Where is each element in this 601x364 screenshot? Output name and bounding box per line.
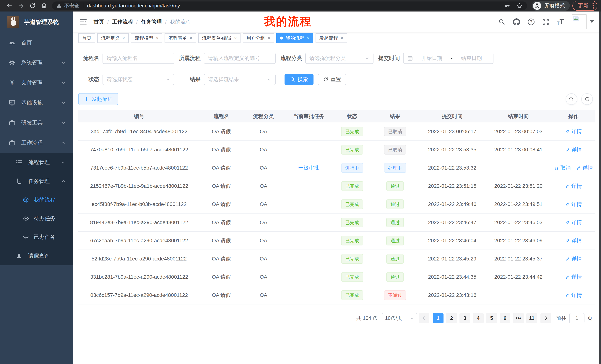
- not-secure-warning-icon[interactable]: [56, 3, 62, 8]
- detail-action[interactable]: 详情: [565, 201, 582, 208]
- tab-close-icon[interactable]: ×: [190, 36, 192, 40]
- view-tab[interactable]: 流程模型×: [131, 33, 162, 43]
- sidebar-item-label: 请假查询: [28, 252, 50, 259]
- breadcrumb-link[interactable]: 任务管理: [141, 18, 162, 25]
- process-name-input[interactable]: [102, 53, 174, 64]
- url-text[interactable]: dashboard.yudao.iocoder.cn/bpm/task/my: [87, 3, 180, 9]
- detail-action[interactable]: 详情: [565, 255, 582, 262]
- view-tab[interactable]: 首页×: [78, 33, 95, 43]
- range-separator: -: [450, 55, 453, 61]
- submit-time-range[interactable]: 开始日期 - 结束日期: [403, 53, 493, 64]
- page-number-button[interactable]: 3: [460, 313, 470, 323]
- table-row: 7470a810-7b9b-11ec-b5b7-acde48001122 OA …: [78, 141, 595, 159]
- browser-reload-icon[interactable]: [29, 3, 36, 9]
- sidebar-item-system[interactable]: 系统管理: [0, 53, 73, 73]
- tab-close-icon[interactable]: ×: [234, 36, 237, 40]
- password-key-icon[interactable]: [504, 3, 510, 9]
- view-tab[interactable]: 流程表单-编辑×: [198, 33, 241, 43]
- sidebar-item-done-tasks[interactable]: 已办任务: [0, 228, 73, 246]
- sidebar-item-home[interactable]: 首页: [0, 33, 73, 53]
- page-size-value: 10条/页: [385, 315, 402, 322]
- table-refresh-icon[interactable]: [581, 93, 593, 105]
- breadcrumb-link[interactable]: 我的流程: [170, 18, 191, 25]
- detail-action[interactable]: 详情: [565, 237, 582, 244]
- breadcrumb-link[interactable]: 首页: [94, 18, 104, 25]
- reset-button[interactable]: 重置: [318, 74, 346, 85]
- table-row: 331bc281-7b9a-11ec-a290-acde48001122 OA …: [78, 268, 595, 286]
- tab-close-icon[interactable]: ×: [307, 36, 310, 40]
- next-page-button[interactable]: [541, 313, 551, 323]
- goto-page-input[interactable]: [569, 313, 584, 323]
- app-logo-row[interactable]: 芋道管理系统: [0, 11, 73, 33]
- view-tab[interactable]: 流程定义×: [97, 33, 129, 43]
- result-select[interactable]: 请选择流结果: [204, 74, 276, 85]
- avatar-caret-icon[interactable]: [590, 20, 594, 23]
- cell-process-name: OA 请假: [200, 286, 243, 304]
- prev-page-button[interactable]: [419, 313, 429, 323]
- cell-submit-time: 2022-01-22 23:43:16: [419, 286, 485, 304]
- chevron-up-icon: [61, 140, 66, 145]
- search-button[interactable]: 搜索: [285, 74, 313, 85]
- search-icon[interactable]: [499, 19, 505, 25]
- page-number-button[interactable]: 5: [486, 313, 497, 323]
- sidebar-item-infra[interactable]: 基础设施: [0, 93, 73, 113]
- tab-close-icon[interactable]: ×: [268, 36, 270, 40]
- sidebar-item-leave-query[interactable]: 请假查询: [0, 246, 73, 265]
- browser-menu-dots-icon[interactable]: [592, 3, 594, 9]
- table-search-icon[interactable]: [566, 93, 577, 105]
- page-size-select[interactable]: 10条/页: [382, 313, 417, 323]
- sidebar-toggle-icon[interactable]: [80, 19, 87, 25]
- cancel-action[interactable]: 取消: [554, 164, 571, 172]
- sidebar-item-todo-tasks[interactable]: 待办任务: [0, 209, 73, 228]
- detail-action[interactable]: 详情: [576, 164, 593, 172]
- column-header: 状态: [333, 110, 371, 123]
- fullscreen-icon[interactable]: [542, 19, 549, 25]
- sidebar-item-process-mgmt[interactable]: 流程管理: [0, 153, 73, 172]
- bookmark-star-icon[interactable]: [516, 3, 523, 9]
- tab-close-icon[interactable]: ×: [341, 36, 343, 40]
- cell-process-name: OA 请假: [200, 159, 243, 177]
- github-icon[interactable]: [513, 18, 520, 25]
- page-scrollbar[interactable]: [599, 11, 601, 364]
- tab-close-icon[interactable]: ×: [156, 36, 159, 40]
- browser-home-icon[interactable]: [41, 3, 47, 9]
- help-icon[interactable]: ?: [528, 19, 534, 25]
- url-bar[interactable]: 不安全 dashboard.yudao.iocoder.cn/bpm/task/…: [52, 1, 527, 10]
- detail-action[interactable]: 详情: [565, 182, 582, 190]
- tab-close-icon[interactable]: ×: [122, 36, 125, 40]
- browser-back-icon[interactable]: [6, 3, 13, 9]
- sidebar-item-my-process[interactable]: 我的流程: [0, 191, 73, 209]
- chevron-down-icon: [61, 80, 66, 85]
- current-task-link[interactable]: 一级审批: [298, 164, 319, 172]
- page-number-button[interactable]: •••: [513, 313, 524, 323]
- view-tab[interactable]: 发起流程×: [316, 33, 347, 43]
- sidebar-item-task-mgmt[interactable]: 任务管理: [0, 172, 73, 191]
- breadcrumb-link[interactable]: 工作流程: [112, 18, 133, 25]
- status-select[interactable]: 请选择状态: [102, 74, 174, 85]
- category-select[interactable]: 请选择流程分类: [305, 53, 373, 64]
- view-tab[interactable]: 用户分组×: [243, 33, 274, 43]
- page-number-button[interactable]: 2: [446, 313, 457, 323]
- view-tab[interactable]: 流程表单×: [165, 33, 196, 43]
- detail-action[interactable]: 详情: [565, 128, 582, 135]
- process-def-input[interactable]: [204, 53, 276, 64]
- cell-category: OA: [243, 123, 284, 141]
- browser-forward-icon[interactable]: [18, 3, 24, 9]
- page-number-button[interactable]: 4: [473, 313, 484, 323]
- detail-action[interactable]: 详情: [565, 146, 582, 153]
- page-number-button[interactable]: 1: [433, 313, 443, 323]
- sidebar-item-payment[interactable]: ¥ 支付管理: [0, 73, 73, 93]
- text-size-icon[interactable]: TT: [557, 18, 564, 25]
- detail-action[interactable]: 详情: [565, 292, 582, 299]
- sidebar-item-workflow[interactable]: 工作流程: [0, 133, 73, 153]
- browser-update-button[interactable]: 更新: [572, 1, 597, 11]
- create-process-button[interactable]: 发起流程: [78, 93, 118, 105]
- avatar[interactable]: [572, 14, 587, 29]
- detail-action[interactable]: 详情: [565, 273, 582, 280]
- filter-label: 状态: [78, 76, 99, 83]
- sidebar-item-devtools[interactable]: 研发工具: [0, 113, 73, 133]
- detail-action[interactable]: 详情: [565, 219, 582, 226]
- page-number-button[interactable]: 11: [526, 313, 537, 323]
- page-number-button[interactable]: 6: [500, 313, 510, 323]
- view-tab[interactable]: 我的流程×: [276, 33, 313, 43]
